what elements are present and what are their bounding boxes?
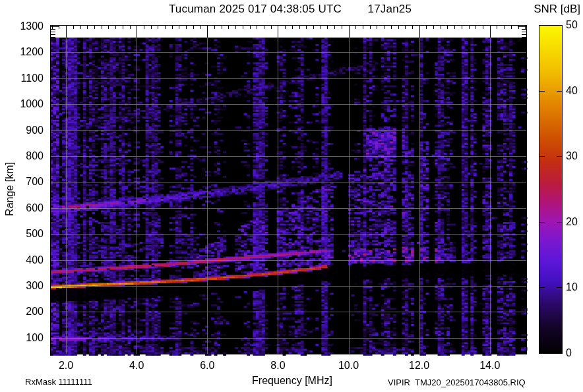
ionogram-plot-canvas	[0, 0, 583, 392]
x-tick-label: 4.0	[122, 360, 151, 371]
y-tick-label: 600	[16, 203, 44, 213]
colorbar-tick-label: 40	[566, 86, 583, 96]
y-tick-label: 1100	[16, 73, 44, 84]
x-tick-label: 2.0	[51, 360, 80, 371]
y-tick-label: 900	[16, 125, 44, 136]
y-tick-label: 100	[16, 333, 44, 343]
colorbar-tick-label: 50	[566, 20, 583, 30]
ionogram-page: Tucuman 2025 017 04:38:05 UTC 17Jan25 SN…	[0, 0, 583, 392]
colorbar-tick-label: 0	[566, 348, 583, 358]
colorbar-tick-label: 20	[566, 217, 583, 227]
y-tick-label: 800	[16, 151, 44, 161]
y-tick-label: 400	[16, 255, 44, 266]
colorbar-tick-label: 10	[566, 282, 583, 293]
y-tick-label: 700	[16, 177, 44, 187]
y-tick-label: 1300	[16, 21, 44, 32]
colorbar-title: SNR [dB]	[521, 3, 580, 16]
x-tick-label: 8.0	[263, 360, 292, 371]
x-tick-label: 10.0	[334, 360, 363, 371]
y-tick-label: 1000	[16, 99, 44, 109]
plot-title: Tucuman 2025 017 04:38:05 UTC 17Jan25	[106, 3, 475, 16]
x-axis-label: Frequency [MHz]	[226, 375, 358, 387]
colorbar-tick-label: 30	[566, 151, 583, 161]
y-axis-label: Range [km]	[4, 156, 17, 222]
y-tick-label: 300	[16, 281, 44, 291]
source-file-label: VIPIR TMJ20_2025017043805.RIQ	[388, 378, 526, 387]
y-tick-label: 500	[16, 229, 44, 239]
x-tick-label: 12.0	[405, 360, 434, 371]
x-tick-label: 14.0	[476, 360, 505, 371]
y-tick-label: 200	[16, 306, 44, 317]
rx-mask-label: RxMask 11111111	[25, 377, 92, 387]
x-tick-label: 6.0	[193, 360, 222, 371]
y-tick-label: 1200	[16, 47, 44, 57]
